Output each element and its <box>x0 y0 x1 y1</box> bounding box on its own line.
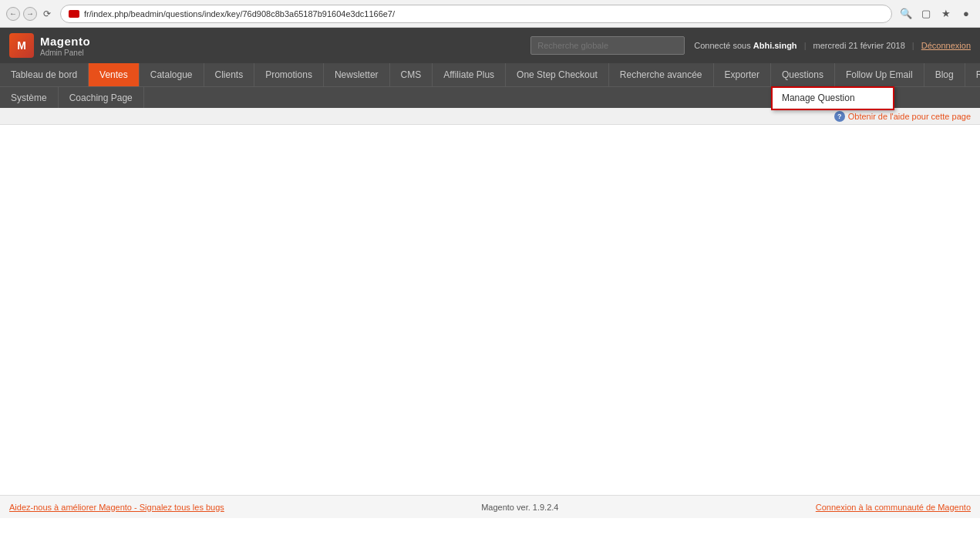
nav-item-tableau-de-bord[interactable]: Tableau de bord <box>0 63 89 86</box>
nav-item-follow-up-email[interactable]: Follow Up Email <box>835 63 924 86</box>
nav-item-recherche-avancee[interactable]: Recherche avancée <box>609 63 714 86</box>
footer-version: Magento ver. 1.9.2.4 <box>481 503 558 512</box>
url-text: fr/index.php/beadmin/questions/index/key… <box>84 9 884 19</box>
profile-button[interactable]: ● <box>958 6 974 22</box>
nav-item-ventes[interactable]: Ventes <box>89 63 140 86</box>
questions-dropdown-menu: Manage Question <box>771 86 894 110</box>
nav-item-questions[interactable]: Questions Manage Question <box>771 63 835 86</box>
magento-logo-icon: M <box>9 33 34 58</box>
header-info: Connecté sous Abhi.singh | mercredi 21 f… <box>694 41 971 50</box>
nav-item-systeme[interactable]: Système <box>0 87 59 108</box>
nav-bar: Tableau de bord Ventes Catalogue Clients… <box>0 63 980 86</box>
nav-item-one-step-checkout[interactable]: One Step Checkout <box>506 63 609 86</box>
help-link[interactable]: ? Obtenir de l'aide pour cette page <box>834 111 971 122</box>
magento-logo: M Magento Admin Panel <box>9 33 90 58</box>
date-text: mercredi 21 février 2018 <box>813 41 905 50</box>
nav-item-clients[interactable]: Clients <box>204 63 255 86</box>
separator: | <box>804 41 807 50</box>
help-icon: ? <box>834 111 845 122</box>
back-button[interactable]: ← <box>6 7 20 21</box>
address-bar[interactable]: fr/index.php/beadmin/questions/index/key… <box>60 5 892 23</box>
header-right: Connecté sous Abhi.singh | mercredi 21 f… <box>530 36 971 55</box>
logo-subtitle: Admin Panel <box>40 49 90 57</box>
connected-label: Connecté sous <box>694 41 750 50</box>
deconnexion-link[interactable]: Déconnexion <box>921 41 971 50</box>
logo-title: Magento <box>40 35 90 48</box>
nav-item-newsletter[interactable]: Newsletter <box>324 63 390 86</box>
nav-item-affiliate-plus[interactable]: Affiliate Plus <box>433 63 506 86</box>
help-bar: ? Obtenir de l'aide pour cette page <box>0 108 980 125</box>
help-text: Obtenir de l'aide pour cette page <box>848 112 971 121</box>
nav-item-promotions[interactable]: Promotions <box>254 63 324 86</box>
search-input[interactable] <box>530 36 685 55</box>
logo-text-block: Magento Admin Panel <box>40 35 90 57</box>
footer: Aidez-nous à améliorer Magento - Signale… <box>0 495 980 518</box>
separator2: | <box>912 41 914 50</box>
forward-button[interactable]: → <box>23 7 37 21</box>
nav-item-catalogue[interactable]: Catalogue <box>140 63 204 86</box>
username: Abhi.singh <box>753 41 797 50</box>
footer-left-link[interactable]: Aidez-nous à améliorer Magento - Signale… <box>9 503 224 512</box>
nav-item-coaching-page[interactable]: Coaching Page <box>59 87 144 108</box>
nav-item-blog[interactable]: Blog <box>924 63 965 86</box>
reload-button[interactable]: ⟳ <box>40 7 54 21</box>
zoom-button[interactable]: 🔍 <box>898 6 914 22</box>
bookmark-button[interactable]: ★ <box>938 6 954 22</box>
logo-letter: M <box>17 39 26 52</box>
nav-item-cms[interactable]: CMS <box>390 63 433 86</box>
nav-item-exporter[interactable]: Exporter <box>714 63 771 86</box>
browser-chrome: ← → ⟳ fr/index.php/beadmin/questions/ind… <box>0 0 980 28</box>
cast-button[interactable]: ▢ <box>918 6 934 22</box>
nav-item-rapports[interactable]: Rapports <box>965 63 980 86</box>
browser-nav-buttons: ← → ⟳ <box>6 7 54 21</box>
favicon <box>69 10 79 18</box>
footer-right-link[interactable]: Connexion à la communauté de Magento <box>816 503 971 512</box>
dropdown-item-manage-question[interactable]: Manage Question <box>773 88 893 109</box>
magento-header: M Magento Admin Panel Connecté sous Abhi… <box>0 28 980 63</box>
browser-actions: 🔍 ▢ ★ ● <box>898 6 974 22</box>
main-content <box>0 125 980 495</box>
